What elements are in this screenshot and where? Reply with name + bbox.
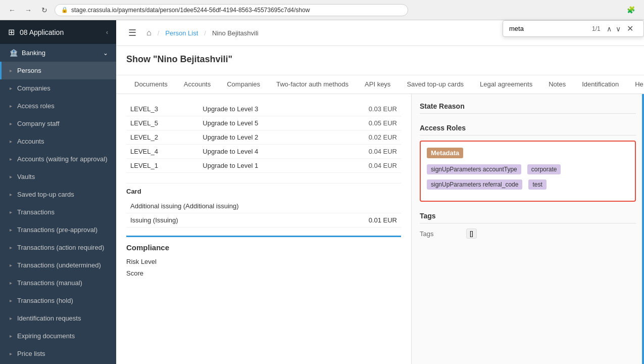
left-panel: LEVEL_3 Upgrade to Level 3 0.03 EUR LEVE… — [116, 94, 412, 364]
tab-companies[interactable]: Companies — [219, 75, 268, 94]
sidebar-item-transactions-manual[interactable]: ▸ Transactions (manual) — [0, 274, 116, 292]
sidebar-item-identification-label: Identification requests — [17, 314, 81, 322]
url-bar[interactable]: 🔒 stage.crassula.io/payments/data/person… — [55, 4, 408, 16]
row-amount: 0.04 EUR — [327, 145, 401, 159]
sidebar-item-saved-topup[interactable]: ▸ Saved top-up cards — [0, 186, 116, 203]
metadata-row-2: signUpParameters referral_code test — [427, 179, 629, 190]
sidebar-item-accounts[interactable]: ▸ Accounts — [0, 132, 116, 150]
app-wrapper: ⊞ 08 Application ‹ 🏦 Banking ⌄ ▸ Persons… — [0, 20, 644, 364]
access-roles-title: Access Roles — [420, 124, 636, 135]
tags-label: Tags — [420, 230, 460, 238]
identification-chevron-icon: ▸ — [10, 315, 12, 321]
sidebar-item-access-roles[interactable]: ▸ Access roles — [0, 97, 116, 115]
breadcrumb-person-list[interactable]: Person List — [165, 29, 198, 37]
row-level: LEVEL_1 — [126, 159, 199, 173]
tab-identification[interactable]: Identification — [574, 75, 627, 94]
card-item-1: Additional issuing (Additional issuing) — [126, 199, 401, 213]
sidebar-item-price-lists-label: Price lists — [17, 350, 45, 357]
home-icon[interactable]: ⌂ — [146, 28, 152, 37]
sidebar-banking-label: Banking — [22, 49, 45, 57]
state-reason-section: State Reason — [420, 102, 636, 114]
sidebar-item-companies-label: Companies — [17, 84, 51, 92]
banking-icon: 🏦 — [10, 49, 18, 57]
table-row: LEVEL_1 Upgrade to Level 1 0.04 EUR — [126, 159, 401, 173]
companies-chevron-icon: ▸ — [10, 85, 12, 91]
level-table: LEVEL_3 Upgrade to Level 3 0.03 EUR LEVE… — [126, 102, 401, 173]
sidebar-item-accounts-waiting-label: Accounts (waiting for approval) — [17, 155, 107, 163]
lock-icon: 🔒 — [61, 7, 68, 13]
refresh-button[interactable]: ↻ — [38, 4, 51, 16]
back-button[interactable]: ← — [6, 4, 18, 16]
extensions-button[interactable]: 🧩 — [624, 3, 638, 17]
card-item-2-amount: 0.01 EUR — [369, 216, 397, 224]
tab-two-factor[interactable]: Two-factor auth methods — [268, 75, 357, 94]
sidebar-item-vaults[interactable]: ▸ Vaults — [0, 168, 116, 186]
transactions-pre-chevron-icon: ▸ — [10, 227, 12, 233]
row-description: Upgrade to Level 5 — [199, 116, 327, 130]
tags-value: [] — [466, 229, 477, 239]
row-description: Upgrade to Level 3 — [199, 102, 327, 116]
risk-level-label: Risk Level — [126, 258, 401, 265]
sidebar-item-transactions-hold-label: Transactions (hold) — [17, 297, 73, 304]
search-close-button[interactable]: ✕ — [625, 23, 635, 34]
transactions-undet-chevron-icon: ▸ — [10, 262, 12, 268]
url-text: stage.crassula.io/payments/data/person/1… — [71, 7, 310, 14]
sidebar-item-transactions[interactable]: ▸ Transactions — [0, 203, 116, 221]
sidebar-item-persons[interactable]: ▸ Persons — [0, 62, 116, 79]
card-item-2: Issuing (Issuing) 0.01 EUR — [126, 213, 401, 228]
sidebar-chevron-icon: ‹ — [106, 29, 108, 36]
compliance-section: Compliance Risk Level Score — [126, 236, 401, 277]
sidebar-item-price-lists[interactable]: ▸ Price lists — [0, 345, 116, 362]
breadcrumb-sep-1: / — [158, 29, 160, 37]
breadcrumb-sep-2: / — [204, 29, 206, 37]
sidebar-banking[interactable]: 🏦 Banking ⌄ — [0, 44, 116, 62]
sidebar-item-company-staff[interactable]: ▸ Company staff — [0, 115, 116, 132]
tab-documents[interactable]: Documents — [126, 75, 176, 94]
sidebar-item-expiring[interactable]: ▸ Expiring documents — [0, 327, 116, 345]
page-header: Show "Nino Bejitashvili" — [116, 46, 644, 75]
search-input[interactable] — [507, 24, 588, 33]
forward-button[interactable]: → — [22, 4, 34, 16]
card-item-2-label: Issuing (Issuing) — [130, 216, 178, 224]
sidebar-item-saved-topup-label: Saved top-up cards — [17, 191, 74, 198]
tags-title: Tags — [420, 212, 636, 223]
card-item-1-label: Additional issuing (Additional issuing) — [130, 202, 239, 210]
accounts-chevron-icon: ▸ — [10, 139, 12, 144]
sidebar-item-transactions-pre[interactable]: ▸ Transactions (pre-approval) — [0, 221, 116, 239]
vaults-chevron-icon: ▸ — [10, 174, 12, 179]
sidebar-item-companies[interactable]: ▸ Companies — [0, 79, 116, 97]
browser-actions: 🧩 — [624, 3, 638, 17]
right-accent-line — [642, 94, 644, 364]
tab-legal[interactable]: Legal agreements — [472, 75, 540, 94]
row-amount: 0.04 EUR — [327, 159, 401, 173]
sidebar-item-transactions-hold[interactable]: ▸ Transactions (hold) — [0, 292, 116, 309]
right-panel: State Reason Access Roles Metadata signU… — [412, 94, 644, 364]
sidebar-item-persons-label: Persons — [17, 67, 41, 74]
menu-toggle-button[interactable]: ☰ — [126, 25, 138, 40]
transactions-hold-chevron-icon: ▸ — [10, 298, 12, 303]
search-prev-button[interactable]: ∧ — [605, 24, 614, 34]
sidebar-item-identification[interactable]: ▸ Identification requests — [0, 309, 116, 327]
table-row: LEVEL_2 Upgrade to Level 2 0.02 EUR — [126, 130, 401, 145]
sidebar-item-transactions-undet[interactable]: ▸ Transactions (undetermined) — [0, 256, 116, 274]
sidebar-item-expiring-label: Expiring documents — [17, 332, 75, 340]
tab-help[interactable]: He... — [627, 75, 644, 94]
tab-saved-cards[interactable]: Saved top-up cards — [399, 75, 472, 94]
sidebar-item-accounts-waiting[interactable]: ▸ Accounts (waiting for approval) — [0, 150, 116, 168]
main-content: ☰ ⌂ / Person List / Nino Bejitashvili Sh… — [116, 20, 644, 364]
browser-chrome: ← → ↻ 🔒 stage.crassula.io/payments/data/… — [0, 0, 644, 20]
tab-accounts[interactable]: Accounts — [176, 75, 219, 94]
sidebar-app-header[interactable]: ⊞ 08 Application ‹ — [0, 20, 116, 44]
row-description: Upgrade to Level 4 — [199, 145, 327, 159]
app-icon: ⊞ — [8, 27, 15, 37]
sidebar-item-transactions-action[interactable]: ▸ Transactions (action required) — [0, 239, 116, 256]
sidebar-app-title: 08 Application — [20, 28, 64, 36]
sidebar-app-header-left: ⊞ 08 Application — [8, 27, 64, 37]
tab-notes[interactable]: Notes — [540, 75, 574, 94]
tab-api-keys[interactable]: API keys — [357, 75, 399, 94]
transactions-chevron-icon: ▸ — [10, 209, 12, 215]
search-next-button[interactable]: ∨ — [614, 24, 623, 34]
score-label: Score — [126, 269, 401, 277]
transactions-manual-chevron-icon: ▸ — [10, 280, 12, 286]
tags-row: Tags [] — [420, 229, 636, 239]
